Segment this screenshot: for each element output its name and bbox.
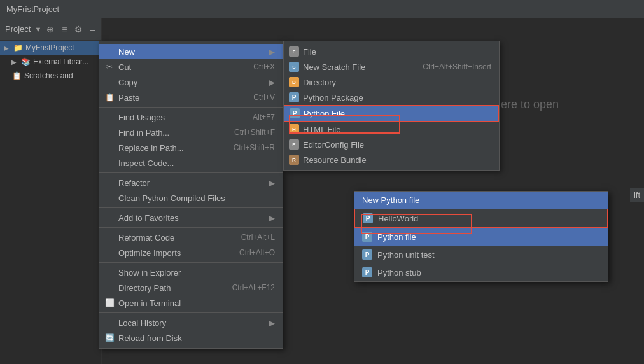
helloworld-label: HelloWorld	[378, 214, 418, 223]
menu-item-reload[interactable]: 🔄 Reload from Disk	[99, 330, 283, 346]
editorconfig-icon: E	[289, 139, 299, 150]
submenu-item-python-package[interactable]: P Python Package	[284, 90, 499, 105]
scratch-file-icon: S	[289, 62, 299, 72]
favorites-icon	[104, 213, 115, 223]
submenu-item-editorconfig[interactable]: E EditorConfig File	[284, 137, 499, 152]
submenu-new: F File S New Scratch File Ctrl+Alt+Shift…	[283, 41, 500, 171]
context-menu-main: New ▶ ✂ Cut Ctrl+X Copy ▶ 📋 Paste Ctrl+V…	[99, 41, 283, 349]
reformat-icon	[104, 232, 115, 242]
menu-item-replace[interactable]: Replace in Path... Ctrl+Shift+R	[99, 140, 283, 155]
menu-item-local-history[interactable]: Local History ▶	[99, 315, 283, 330]
menu-item-new[interactable]: New ▶	[99, 44, 283, 59]
directory-label: Directory Path	[118, 283, 228, 293]
ift-text: ift	[630, 188, 644, 202]
sep6	[99, 312, 283, 313]
folder-icon: 📁	[13, 43, 23, 53]
menu-item-find-path[interactable]: Find in Path... Ctrl+Shift+F	[99, 125, 283, 140]
html-icon: H	[289, 124, 299, 134]
find-usages-label: Find Usages	[118, 113, 249, 122]
library-icon: 📚	[20, 57, 31, 67]
globe-icon[interactable]: ⊕	[45, 24, 55, 34]
submenu-item-resource-bundle[interactable]: R Resource Bundle	[284, 152, 499, 167]
history-icon	[104, 318, 115, 328]
replace-shortcut: Ctrl+Shift+R	[234, 143, 275, 152]
popup-title: New Python file	[354, 192, 608, 209]
submenu-item-directory[interactable]: D Directory	[284, 74, 499, 90]
menu-item-optimize[interactable]: Optimize Imports Ctrl+Alt+O	[99, 245, 283, 260]
submenu-item-html[interactable]: H HTML File	[284, 122, 499, 137]
show-explorer-label: Show in Explorer	[118, 268, 275, 277]
submenu-item-file[interactable]: F File	[284, 44, 499, 59]
find-path-shortcut: Ctrl+Shift+F	[234, 128, 275, 137]
refactor-icon	[104, 178, 115, 188]
cut-shortcut: Ctrl+X	[253, 62, 275, 71]
menu-item-directory-path[interactable]: Directory Path Ctrl+Alt+F12	[99, 280, 283, 295]
submenu-arrow-fav: ▶	[269, 213, 275, 223]
menu-item-paste[interactable]: 📋 Paste Ctrl+V	[99, 90, 283, 105]
optimize-label: Optimize Imports	[118, 248, 235, 258]
submenu-arrow-new: ▶	[269, 47, 275, 57]
resource-bundle-label: Resource Bundle	[303, 155, 491, 165]
pyfile-icon: P	[362, 232, 372, 242]
sidebar-item-scratches[interactable]: 📋 Scratches and	[0, 69, 101, 83]
sidebar-item-label-lib: External Librar...	[33, 57, 88, 66]
menu-item-clean-python[interactable]: Clean Python Compiled Files	[99, 190, 283, 206]
local-history-label: Local History	[118, 318, 262, 328]
directory-shortcut: Ctrl+Alt+F12	[232, 283, 275, 292]
copy-icon	[104, 77, 115, 87]
paste-icon: 📋	[104, 92, 115, 102]
menu-item-reformat[interactable]: Reformat Code Ctrl+Alt+L	[99, 230, 283, 245]
python-file-popup-label: Python file	[377, 232, 416, 242]
find-usages-shortcut: Alt+F7	[253, 113, 275, 122]
expand-arrow-lib: ▶	[11, 59, 18, 66]
settings-icon[interactable]: ≡	[59, 24, 69, 34]
menu-item-show-explorer[interactable]: Show in Explorer	[99, 265, 283, 280]
menu-item-cut[interactable]: ✂ Cut Ctrl+X	[99, 59, 283, 74]
popup-item-helloworld[interactable]: P HelloWorld	[354, 209, 608, 228]
menu-item-add-favorites[interactable]: Add to Favorites ▶	[99, 210, 283, 225]
file-label: File	[303, 47, 491, 57]
popup-item-stub[interactable]: P Python stub	[354, 263, 608, 281]
sep5	[99, 262, 283, 263]
optimize-icon	[104, 248, 115, 258]
title-text: MyFristProject	[6, 4, 59, 14]
reload-label: Reload from Disk	[118, 333, 275, 343]
python-package-icon: P	[289, 92, 299, 102]
find-path-label: Find in Path...	[118, 128, 230, 137]
new-python-file-popup: New Python file P HelloWorld P Python fi…	[354, 191, 608, 282]
new-icon	[104, 46, 115, 57]
sidebar-item-external-libraries[interactable]: ▶ 📚 External Librar...	[0, 55, 101, 69]
project-dropdown-arrow[interactable]: ▼	[34, 25, 41, 33]
expand-arrow: ▶	[4, 45, 10, 52]
submenu-item-python-file[interactable]: P Python File	[284, 105, 499, 122]
sep2	[99, 172, 283, 173]
popup-item-unit-test[interactable]: P Python unit test	[354, 246, 608, 263]
minus-icon[interactable]: –	[87, 24, 97, 34]
unit-test-icon: P	[362, 249, 372, 260]
directory-icon	[104, 283, 115, 293]
menu-copy-label: Copy	[118, 78, 262, 87]
stub-label: Python stub	[377, 268, 421, 277]
unit-test-label: Python unit test	[377, 250, 435, 260]
sidebar-item-label: MyFristProject	[25, 43, 74, 52]
explorer-icon	[104, 267, 115, 277]
refactor-label: Refactor	[118, 178, 262, 188]
python-file-label: Python File	[304, 109, 491, 118]
submenu-arrow-refactor: ▶	[269, 178, 275, 188]
submenu-item-new-scratch[interactable]: S New Scratch File Ctrl+Alt+Shift+Insert	[284, 59, 499, 74]
sidebar: Project ▼ ⊕ ≡ ⚙ – ▶ 📁 MyFristProject ▶ 📚…	[0, 18, 102, 364]
menu-item-find-usages[interactable]: Find Usages Alt+F7	[99, 109, 283, 125]
menu-item-copy[interactable]: Copy ▶	[99, 74, 283, 90]
sidebar-item-myfristproject[interactable]: ▶ 📁 MyFristProject	[0, 41, 101, 55]
popup-item-python-file[interactable]: P Python file	[354, 228, 608, 246]
project-label: Project	[5, 24, 31, 34]
menu-item-refactor[interactable]: Refactor ▶	[99, 175, 283, 190]
cut-icon: ✂	[104, 62, 115, 72]
menu-item-inspect[interactable]: Inspect Code...	[99, 155, 283, 171]
favorites-label: Add to Favorites	[118, 213, 262, 223]
gear-icon[interactable]: ⚙	[73, 24, 83, 34]
menu-item-terminal[interactable]: ⬜ Open in Terminal	[99, 295, 283, 311]
submenu-arrow-copy: ▶	[269, 78, 275, 87]
replace-label: Replace in Path...	[118, 143, 230, 153]
sep1	[99, 107, 283, 108]
